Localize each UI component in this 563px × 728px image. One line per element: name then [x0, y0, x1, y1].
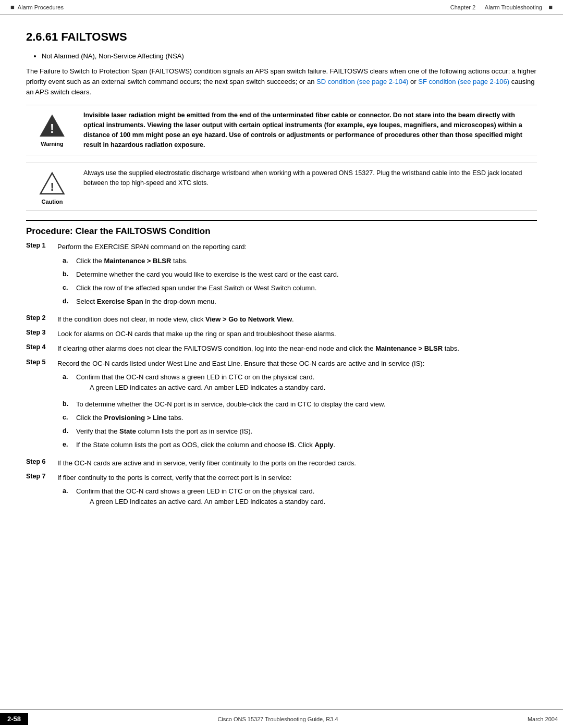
- step-1-label: Step 1: [26, 242, 57, 310]
- step-4-content: If clearing other alarms does not clear …: [57, 343, 537, 354]
- procedure-heading: Procedure: Clear the FAILTOSWS Condition: [26, 220, 537, 237]
- step-1d-label: d.: [63, 297, 76, 307]
- svg-text:!: !: [50, 181, 54, 194]
- caution-icon: !: [39, 170, 65, 196]
- warning-box: ! Warning Invisible laser radiation migh…: [26, 105, 537, 155]
- step-5b-content: To determine whether the OC-N port is in…: [76, 399, 537, 410]
- footer-right-text: March 2004: [528, 716, 563, 722]
- step-1-content: Perform the EXERCISE SPAN command on the…: [57, 242, 537, 310]
- bullet-item-1: Not Alarmed (NA), Non-Service Affecting …: [42, 52, 537, 60]
- step-5c-row: c. Click the Provisioning > Line tabs.: [63, 413, 537, 423]
- step-5a-indent: A green LED indicates an active card. An…: [90, 382, 537, 393]
- step-5-row: Step 5 Record the OC-N cards listed unde…: [26, 359, 537, 454]
- footer-center-text: Cisco ONS 15327 Troubleshooting Guide, R…: [28, 716, 528, 722]
- caution-icon-area: ! Caution: [26, 168, 78, 205]
- step-1d-content: Select Exercise Span in the drop-down me…: [76, 297, 537, 307]
- step-5e-content: If the State column lists the port as OO…: [76, 440, 537, 450]
- warning-icon-area: ! Warning: [26, 110, 78, 147]
- top-bar-right: Chapter 2 Alarm Troubleshooting ■: [450, 3, 553, 11]
- top-bar: ■ Alarm Procedures Chapter 2 Alarm Troub…: [0, 0, 563, 15]
- step-7a-content: Confirm that the OC-N card shows a green…: [76, 486, 537, 510]
- step-5a-row: a. Confirm that the OC-N card shows a gr…: [63, 372, 537, 396]
- step-1a-row: a. Click the Maintenance > BLSR tabs.: [63, 256, 537, 266]
- step-1b-row: b. Determine whether the card you would …: [63, 269, 537, 280]
- step-1b-content: Determine whether the card you would lik…: [76, 269, 537, 280]
- step-5a-label: a.: [63, 372, 76, 396]
- step-2-row: Step 2 If the condition does not clear, …: [26, 314, 537, 325]
- warning-label: Warning: [41, 141, 64, 147]
- intro-paragraph: The Failure to Switch to Protection Span…: [26, 66, 537, 97]
- step-1c-row: c. Click the row of the affected span un…: [63, 283, 537, 293]
- top-bar-section-label: Alarm Procedures: [18, 4, 64, 10]
- step-5-label: Step 5: [26, 359, 57, 454]
- step-7-label: Step 7: [26, 473, 57, 513]
- step-1c-label: c.: [63, 283, 76, 293]
- step-5-content: Record the OC-N cards listed under West …: [57, 359, 537, 454]
- steps-area: Step 1 Perform the EXERCISE SPAN command…: [26, 242, 537, 513]
- main-content: 2.6.61 FAILTOSWS Not Alarmed (NA), Non-S…: [0, 15, 563, 709]
- bullet-list: Not Alarmed (NA), Non-Service Affecting …: [42, 52, 537, 60]
- step-5b-label: b.: [63, 399, 76, 410]
- warning-icon: !: [39, 113, 65, 139]
- sf-condition-link[interactable]: SF condition (see page 2-106): [418, 78, 509, 85]
- step-5c-label: c.: [63, 413, 76, 423]
- sd-condition-link[interactable]: SD condition (see page 2-104): [316, 78, 408, 85]
- step-5-substeps: a. Confirm that the OC-N card shows a gr…: [63, 372, 537, 451]
- step-3-row: Step 3 Look for alarms on OC-N cards tha…: [26, 329, 537, 339]
- step-5b-row: b. To determine whether the OC-N port is…: [63, 399, 537, 410]
- step-5c-content: Click the Provisioning > Line tabs.: [76, 413, 537, 423]
- warning-text: Invisible laser radiation might be emitt…: [83, 110, 537, 150]
- page: ■ Alarm Procedures Chapter 2 Alarm Troub…: [0, 0, 563, 728]
- section-title: 2.6.61 FAILTOSWS: [26, 30, 537, 44]
- step-3-label: Step 3: [26, 329, 57, 339]
- step-7a-label: a.: [63, 486, 76, 510]
- step-1b-label: b.: [63, 269, 76, 280]
- caution-text: Always use the supplied electrostatic di…: [83, 168, 537, 188]
- caution-label: Caution: [42, 199, 63, 205]
- step-1-substeps: a. Click the Maintenance > BLSR tabs. b.…: [63, 256, 537, 307]
- step-2-content: If the condition does not clear, in node…: [57, 314, 537, 325]
- step-7-content: If fiber continuity to the ports is corr…: [57, 473, 537, 513]
- section-label: Alarm Troubleshooting: [485, 4, 542, 10]
- warning-text-bold: Invisible laser radiation might be emitt…: [83, 112, 522, 148]
- step-6-label: Step 6: [26, 458, 57, 468]
- step-5e-row: e. If the State column lists the port as…: [63, 440, 537, 450]
- chapter-label: Chapter 2: [450, 4, 475, 10]
- step-6-content: If the OC-N cards are active and in serv…: [57, 458, 537, 468]
- intro-text-2: or: [410, 78, 418, 85]
- step-7-substeps: a. Confirm that the OC-N card shows a gr…: [63, 486, 537, 510]
- top-bar-left: ■ Alarm Procedures: [10, 3, 64, 11]
- step-4-label: Step 4: [26, 343, 57, 354]
- footer: 2-58 Cisco ONS 15327 Troubleshooting Gui…: [0, 709, 563, 728]
- step-5d-label: d.: [63, 426, 76, 437]
- svg-text:!: !: [50, 122, 54, 136]
- step-2-label: Step 2: [26, 314, 57, 325]
- step-1-text: Perform the EXERCISE SPAN command on the…: [57, 243, 247, 251]
- step-7a-row: a. Confirm that the OC-N card shows a gr…: [63, 486, 537, 510]
- caution-box: ! Caution Always use the supplied electr…: [26, 163, 537, 211]
- step-7-row: Step 7 If fiber continuity to the ports …: [26, 473, 537, 513]
- step-5d-content: Verify that the State column lists the p…: [76, 426, 537, 437]
- step-5e-label: e.: [63, 440, 76, 450]
- step-1a-label: a.: [63, 256, 76, 266]
- book-icon: ■: [10, 3, 15, 11]
- caution-text-content: Always use the supplied electrostatic di…: [83, 169, 522, 187]
- step-5a-content: Confirm that the OC-N card shows a green…: [76, 372, 537, 396]
- step-1d-row: d. Select Exercise Span in the drop-down…: [63, 297, 537, 307]
- right-bar-icon: ■: [548, 3, 553, 11]
- step-1-row: Step 1 Perform the EXERCISE SPAN command…: [26, 242, 537, 310]
- step-1c-content: Click the row of the affected span under…: [76, 283, 537, 293]
- step-3-content: Look for alarms on OC-N cards that make …: [57, 329, 537, 339]
- step-4-row: Step 4 If clearing other alarms does not…: [26, 343, 537, 354]
- page-number-badge: 2-58: [0, 713, 28, 725]
- step-5d-row: d. Verify that the State column lists th…: [63, 426, 537, 437]
- step-6-row: Step 6 If the OC-N cards are active and …: [26, 458, 537, 468]
- step-1a-content: Click the Maintenance > BLSR tabs.: [76, 256, 537, 266]
- step-7a-indent: A green LED indicates an active card. An…: [90, 497, 537, 507]
